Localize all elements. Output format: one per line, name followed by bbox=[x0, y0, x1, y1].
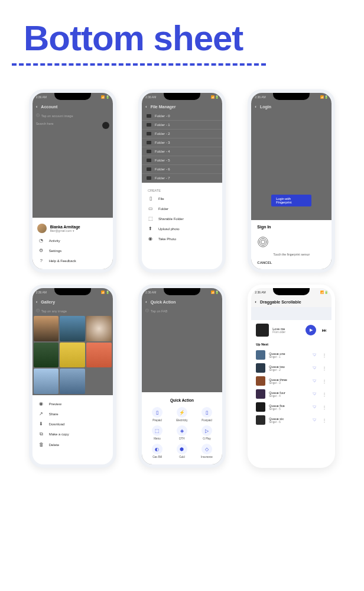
qa-prepaid[interactable]: ▯Prepaid bbox=[145, 407, 169, 422]
gallery-image[interactable] bbox=[60, 316, 85, 341]
folder-row[interactable]: Folder - 1 bbox=[142, 121, 222, 130]
svg-point-2 bbox=[261, 240, 265, 244]
gallery-image[interactable] bbox=[34, 343, 59, 368]
queue-row[interactable]: Queue threeSinger - 3♡⋮ bbox=[251, 374, 332, 387]
qa-dth[interactable]: ◈DTH bbox=[170, 425, 194, 440]
qa-gold[interactable]: ⬢Gold bbox=[170, 444, 194, 458]
back-icon[interactable]: ‹ bbox=[145, 299, 147, 305]
queue-art bbox=[256, 389, 265, 399]
gas-icon: ◐ bbox=[152, 444, 162, 454]
back-icon[interactable]: ‹ bbox=[255, 104, 256, 109]
play-button[interactable]: ▶ bbox=[306, 325, 316, 335]
qa-metro[interactable]: ⬚Metro bbox=[145, 425, 169, 440]
heart-icon[interactable]: ♡ bbox=[313, 366, 316, 370]
cancel-button[interactable]: CANCEL bbox=[257, 261, 326, 264]
qa-electricity[interactable]: ⚡Electricity bbox=[170, 407, 194, 422]
gallery-image[interactable] bbox=[86, 316, 112, 341]
folder-row[interactable]: Folder - 7 bbox=[142, 174, 222, 183]
shield-icon: ◇ bbox=[202, 444, 212, 454]
heart-icon[interactable]: ♡ bbox=[313, 353, 316, 357]
sheet-item-delete[interactable]: 🗑Delete bbox=[32, 440, 113, 450]
user-row[interactable]: Bianka Armitage Bier@gmail.com ▾ bbox=[32, 221, 113, 235]
sheet-item-copy[interactable]: ⧉Make a copy bbox=[32, 429, 113, 440]
heart-icon[interactable]: ♡ bbox=[313, 405, 316, 409]
back-icon[interactable]: ‹ bbox=[145, 104, 147, 109]
back-icon[interactable]: ‹ bbox=[36, 104, 38, 109]
queue-row[interactable]: Queue sixSinger - 6♡⋮ bbox=[251, 414, 332, 427]
more-icon[interactable]: ⋮ bbox=[322, 392, 327, 397]
more-icon[interactable]: ⋮ bbox=[322, 418, 327, 423]
qa-gasbill[interactable]: ◐Gas Bill bbox=[145, 444, 169, 458]
queue-row[interactable]: Queue fourSinger - 4♡⋮ bbox=[251, 387, 332, 401]
sheet-item-settings[interactable]: ⚙Settings bbox=[32, 246, 113, 256]
upnext-label: Up Next bbox=[251, 340, 332, 348]
gallery-image[interactable] bbox=[60, 369, 85, 394]
bulb-icon: ⚡ bbox=[177, 407, 187, 418]
sheet-item-share[interactable]: ↗Share bbox=[32, 409, 113, 419]
sheet-item-activity[interactable]: ◔Activity bbox=[32, 235, 113, 246]
app-title: Account bbox=[41, 105, 57, 109]
qa-gplay[interactable]: ▷G Play bbox=[195, 425, 219, 440]
queue-row[interactable]: Queue twoSinger - 2♡⋮ bbox=[251, 361, 332, 374]
folder-icon: ▭ bbox=[148, 206, 154, 211]
camera-icon: ◉ bbox=[148, 236, 154, 241]
app-bar: ‹ File Manager bbox=[142, 101, 222, 112]
queue-row[interactable]: Queue fiveSinger - 5♡⋮ bbox=[251, 401, 332, 414]
qa-insurance[interactable]: ◇Insurance bbox=[195, 444, 219, 458]
now-playing: Love me From older ▶ ⏭ bbox=[251, 320, 332, 340]
app-title: Quick Action bbox=[151, 300, 176, 304]
sheet-item-file[interactable]: ▯File bbox=[142, 193, 222, 204]
sheet-item-sharable[interactable]: ⬚Sharable Folder bbox=[142, 214, 222, 224]
next-button[interactable]: ⏭ bbox=[322, 328, 327, 333]
avatar-icon[interactable] bbox=[102, 122, 109, 129]
sheet-item-preview[interactable]: ◉Preview bbox=[32, 399, 113, 409]
folder-row[interactable]: Folder - 3 bbox=[142, 138, 222, 147]
gallery-image[interactable] bbox=[34, 369, 59, 394]
phone-gallery: 2:36 AM📶 🔋 ‹ Gallery ⓘTap on any image ◉… bbox=[29, 285, 116, 468]
phone-account: 2:36 AM📶 🔋 ‹ Account ⓘTap on account ima… bbox=[29, 89, 116, 273]
sheet-item-folder[interactable]: ▭Folder bbox=[142, 204, 222, 214]
heart-icon[interactable]: ♡ bbox=[313, 392, 316, 396]
folder-row[interactable]: Folder - 2 bbox=[142, 130, 222, 138]
bottom-sheet: ◉Preview ↗Share ⬇Download ⧉Make a copy 🗑… bbox=[32, 395, 113, 453]
svg-point-1 bbox=[259, 238, 266, 246]
sheet-item-upload[interactable]: ⬆Upload photo bbox=[142, 224, 222, 234]
more-icon[interactable]: ⋮ bbox=[322, 379, 327, 384]
signin-title: Sign In bbox=[257, 225, 326, 229]
app-bar: ‹ Draggable Scrollable bbox=[251, 296, 332, 307]
sheet-item-help[interactable]: ?Help & Feedback bbox=[32, 256, 113, 266]
app-bar: ‹ Quick Action bbox=[142, 296, 222, 307]
search-row[interactable]: Search here bbox=[32, 120, 113, 131]
gallery-image[interactable] bbox=[34, 316, 59, 341]
folder-row[interactable]: Folder - 0 bbox=[142, 112, 222, 121]
folder-row[interactable]: Folder - 5 bbox=[142, 156, 222, 165]
back-icon[interactable]: ‹ bbox=[255, 299, 256, 305]
more-icon[interactable]: ⋮ bbox=[322, 366, 327, 371]
spacer bbox=[251, 307, 332, 320]
sheet-item-download[interactable]: ⬇Download bbox=[32, 419, 113, 429]
qa-postpaid[interactable]: ▯Postpaid bbox=[195, 407, 219, 422]
heart-icon[interactable]: ♡ bbox=[313, 418, 316, 422]
queue-row[interactable]: Queue oneSinger - 1♡⋮ bbox=[251, 348, 332, 361]
sheet-item-camera[interactable]: ◉Take Photo bbox=[142, 234, 222, 244]
play-icon: ▷ bbox=[202, 425, 212, 436]
folder-row[interactable]: Folder - 4 bbox=[142, 147, 222, 156]
metro-icon: ⬚ bbox=[152, 425, 162, 436]
login-fingerprint-button[interactable]: Login with Fingerprint bbox=[271, 195, 311, 206]
more-icon[interactable]: ⋮ bbox=[322, 405, 327, 410]
folder-icon bbox=[147, 114, 151, 118]
eye-icon: ◉ bbox=[38, 401, 44, 406]
activity-icon: ◔ bbox=[38, 238, 44, 243]
gallery-image[interactable] bbox=[86, 343, 112, 368]
phone-grid: 2:36 AM📶 🔋 ‹ Account ⓘTap on account ima… bbox=[0, 89, 364, 492]
back-icon[interactable]: ‹ bbox=[36, 299, 38, 305]
gallery-image[interactable] bbox=[60, 343, 85, 368]
more-icon[interactable]: ⋮ bbox=[322, 353, 327, 358]
share-folder-icon: ⬚ bbox=[148, 216, 154, 221]
sheet-title: CREATE bbox=[142, 186, 222, 193]
app-title: Gallery bbox=[41, 300, 55, 304]
folder-row[interactable]: Folder - 6 bbox=[142, 165, 222, 174]
phone-icon: ▯ bbox=[152, 407, 162, 418]
heart-icon[interactable]: ♡ bbox=[313, 379, 316, 383]
phone-login: 2:36 AM📶 🔋 ‹ Login Login with Fingerprin… bbox=[248, 89, 335, 273]
